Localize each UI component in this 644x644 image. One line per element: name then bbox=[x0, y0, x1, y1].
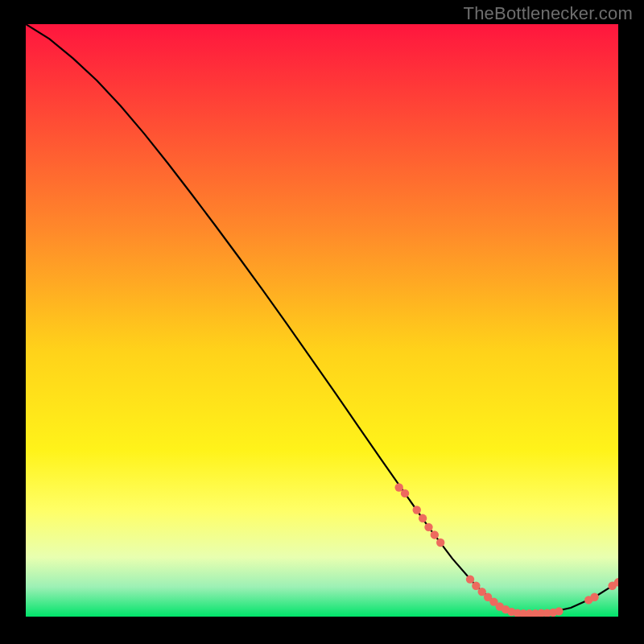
data-point bbox=[419, 514, 427, 522]
data-point bbox=[413, 506, 421, 514]
data-point bbox=[401, 489, 409, 497]
data-point bbox=[424, 523, 432, 531]
data-point bbox=[555, 607, 563, 615]
data-point bbox=[472, 582, 480, 590]
data-point bbox=[466, 575, 474, 583]
data-point bbox=[436, 539, 444, 547]
chart-svg bbox=[26, 24, 618, 617]
chart-frame: TheBottlenecker.com bbox=[0, 0, 644, 644]
data-point bbox=[590, 593, 598, 601]
plot-area bbox=[26, 24, 618, 617]
data-point bbox=[394, 483, 402, 491]
data-point bbox=[431, 530, 439, 539]
watermark-label: TheBottlenecker.com bbox=[464, 3, 633, 24]
gradient-background bbox=[26, 24, 618, 617]
